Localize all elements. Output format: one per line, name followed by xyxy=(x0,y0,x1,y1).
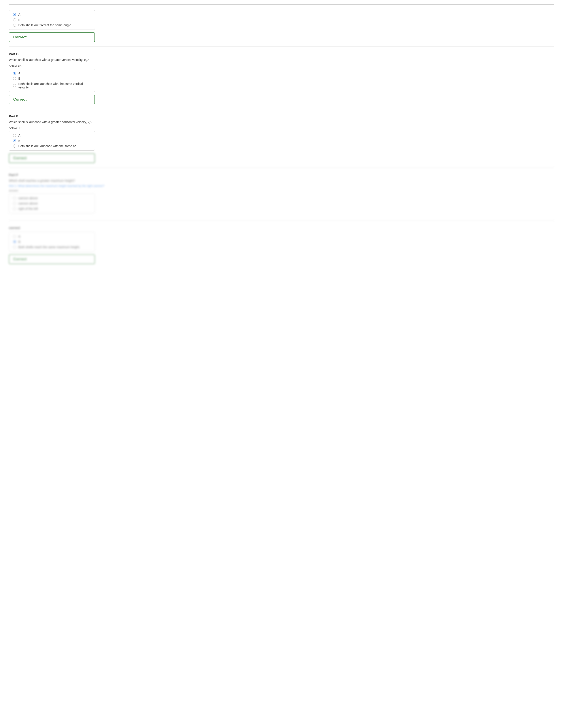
radio-circle[interactable] xyxy=(13,72,16,75)
correct-button-part-g: Correct xyxy=(9,254,95,264)
option-label: Both shells are launched with the same h… xyxy=(18,144,80,148)
radio-circle[interactable] xyxy=(13,84,16,87)
radio-circle[interactable] xyxy=(13,235,16,238)
radio-option: A xyxy=(13,13,91,16)
radio-option: cannon above xyxy=(13,202,91,205)
radio-circle[interactable] xyxy=(13,207,16,210)
radio-option: right of the left xyxy=(13,207,91,210)
radio-circle[interactable] xyxy=(13,134,16,137)
radio-option: Both shells are fired at the same angle. xyxy=(13,23,91,27)
section-part-f: Part F Which shell reaches a greater max… xyxy=(9,167,554,220)
radio-circle[interactable] xyxy=(13,202,16,205)
option-label: A xyxy=(18,71,20,75)
radio-circle[interactable] xyxy=(13,18,16,21)
correct-button: Correct xyxy=(9,32,95,42)
option-label: right of the left xyxy=(18,207,38,210)
option-label: Both shells are launched with the same v… xyxy=(18,82,91,89)
answer-label: answer: xyxy=(9,189,554,192)
option-label: B xyxy=(18,18,20,22)
radio-circle[interactable] xyxy=(13,197,16,200)
radio-circle[interactable] xyxy=(13,240,16,243)
option-label: B xyxy=(18,77,20,80)
part-label: Part F xyxy=(9,173,554,177)
part-label: Part E xyxy=(9,114,554,118)
radio-box-top: A B Both shells are fired at the same an… xyxy=(9,10,95,30)
radio-option: Both shells are launched with the same v… xyxy=(13,82,91,89)
question-text: Which shell is launched with a greater v… xyxy=(9,58,554,62)
option-label: Both shells are fired at the same angle. xyxy=(18,23,72,27)
radio-option: B xyxy=(13,240,91,244)
section-part-d: Part D Which shell is launched with a gr… xyxy=(9,47,554,109)
option-label: cannon above xyxy=(18,202,38,205)
correct-button-part-e: Correct xyxy=(9,153,95,163)
radio-option: A xyxy=(13,134,91,137)
radio-option: B xyxy=(13,18,91,22)
question-text: Which shell reaches a greater maximum he… xyxy=(9,179,554,182)
radio-option: Both shells are launched with the same h… xyxy=(13,144,91,148)
section-part-g: correct A B Both shells reach the same m… xyxy=(9,220,554,268)
radio-option: B xyxy=(13,77,91,80)
option-label: A xyxy=(18,235,20,238)
part-label: correct xyxy=(9,226,554,230)
option-label: B xyxy=(18,139,20,143)
radio-circle[interactable] xyxy=(13,24,16,27)
option-label: cannon above xyxy=(18,196,38,200)
radio-circle[interactable] xyxy=(13,13,16,16)
question-text: Which shell is launched with a greater h… xyxy=(9,120,554,124)
radio-circle[interactable] xyxy=(13,246,16,249)
radio-option: A xyxy=(13,71,91,75)
radio-box-part-e: A B Both shells are launched with the sa… xyxy=(9,131,95,151)
answer-label: ANSWER: xyxy=(9,126,554,129)
option-label: Both shells reach the same maximum heigh… xyxy=(18,245,80,249)
option-label: A xyxy=(18,13,20,16)
correct-button-part-d: Correct xyxy=(9,95,95,104)
section-part-e: Part E Which shell is launched with a gr… xyxy=(9,109,554,167)
radio-option: Both shells reach the same maximum heigh… xyxy=(13,245,91,249)
part-label: Part D xyxy=(9,52,554,56)
option-label: B xyxy=(18,240,20,244)
radio-option: B xyxy=(13,139,91,143)
radio-box-part-g: A B Both shells reach the same maximum h… xyxy=(9,232,95,252)
radio-circle[interactable] xyxy=(13,77,16,80)
hint-link[interactable]: Hint 1: What determines the maximum heig… xyxy=(9,184,554,188)
answer-label: ANSWER: xyxy=(9,64,554,67)
radio-box-part-f: cannon above cannon above right of the l… xyxy=(9,193,95,213)
radio-box-part-d: A B Both shells are launched with the sa… xyxy=(9,69,95,92)
radio-circle[interactable] xyxy=(13,144,16,148)
radio-option: A xyxy=(13,235,91,238)
radio-circle[interactable] xyxy=(13,139,16,142)
section-top: A B Both shells are fired at the same an… xyxy=(9,4,554,47)
option-label: A xyxy=(18,134,20,137)
radio-option: cannon above xyxy=(13,196,91,200)
